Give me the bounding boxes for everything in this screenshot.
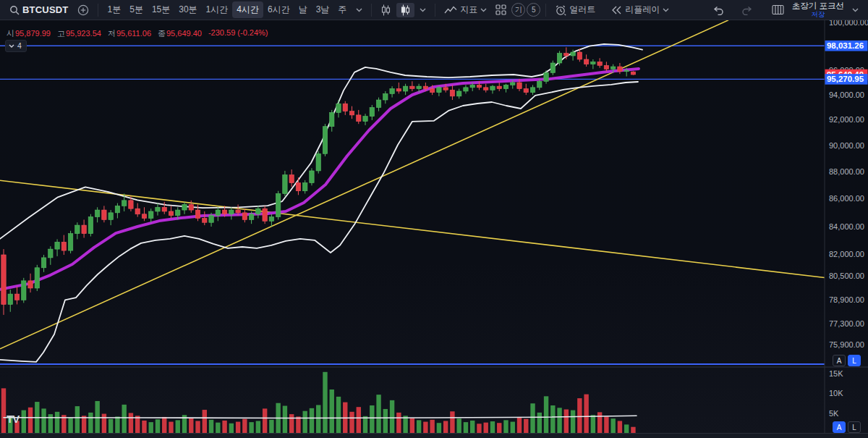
replay-label: 리플레이 [625,4,660,16]
change-value: -230.59 (-0.24%) [208,28,268,39]
candle [618,67,622,72]
candle [456,91,461,96]
candle [604,65,608,69]
undo-button[interactable] [709,4,728,17]
candle [109,213,113,220]
candle [310,171,314,183]
timeframe-group: 1분5분15분30분1시간4시간6시간날3날주 [103,1,352,18]
price-chart[interactable]: 100,000.0096,000.0094,000.0092,000.0090,… [0,20,868,438]
candle [8,294,12,304]
panel-layout-button[interactable] [768,3,788,17]
timeframe-주[interactable]: 주 [333,1,351,18]
candle [396,89,401,91]
candle [1,255,6,304]
layout-menu-button[interactable] [848,7,862,14]
timeframe-30분[interactable]: 30분 [174,1,201,18]
legend-count: 4 [17,41,22,50]
timeframe-4시간[interactable]: 4시간 [232,1,263,18]
main-scale-buttons: A L [833,355,861,366]
indicators-button[interactable]: 지표 [441,2,490,17]
top-toolbar: BTCUSDT 1분5분15분30분1시간4시간6시간날3날주 지표 기 [0,0,868,20]
timeframe-15분[interactable]: 15분 [148,1,174,18]
timeframe-menu-button[interactable] [352,7,366,14]
candle [61,242,66,250]
toolbar-divider [371,4,372,17]
candle [591,62,595,64]
chevron-down-icon [356,8,362,12]
candle [22,281,26,300]
candle [129,201,133,209]
candle [316,153,320,171]
fn-button-gi[interactable]: 기 [511,3,525,17]
candle [610,67,615,69]
lower-line-price-label[interactable]: 95,270.95 [825,74,868,85]
time-axis-strip[interactable] [0,433,868,438]
candles-icon [400,4,411,16]
log-scale-button[interactable]: L [848,421,861,433]
save-label[interactable]: 저장 [811,10,825,18]
volume-scale-buttons: A L [833,421,861,433]
upper-line-price-label[interactable]: 98,031.26 [825,41,868,51]
auto-scale-button[interactable]: A [833,421,846,433]
timeframe-3날[interactable]: 3날 [312,1,334,18]
candle [102,210,106,219]
timeframe-6시간[interactable]: 6시간 [263,1,294,18]
chevron-down-icon [480,8,487,12]
candle [296,183,300,191]
redo-button[interactable] [738,4,757,17]
candle [48,249,53,258]
descending-resistance[interactable] [0,180,825,277]
candle [14,294,19,300]
timeframe-1분[interactable]: 1분 [103,1,126,18]
svg-text:78,900.00: 78,900.00 [829,295,864,304]
undo-redo-group [709,4,757,17]
candle [229,210,234,214]
candle [490,86,495,90]
candle [303,183,307,191]
timeframe-날[interactable]: 날 [294,1,312,18]
timeframe-1시간[interactable]: 1시간 [202,1,233,18]
alert-button[interactable]: 얼러트 [551,2,599,17]
log-scale-button[interactable]: L [848,355,861,366]
fn-button-5[interactable]: 5 [527,3,540,17]
redo-icon [741,5,753,15]
candle [477,85,481,87]
candle [383,93,388,100]
candle [289,174,294,182]
chart-window: BTCUSDT 1분5분15분30분1시간4시간6시간날3날주 지표 기 [0,0,868,438]
symbol-search-button[interactable]: BTCUSDT [6,3,72,17]
candle [390,89,394,94]
candle [376,100,380,107]
trendlines [0,20,825,349]
candle [443,88,448,90]
layout-name: 초장기 포크선 [792,2,844,10]
tradingview-logo[interactable]: TV [7,413,19,425]
chart-style-candles-button[interactable] [396,3,414,17]
candle [349,111,354,115]
saved-layout-button[interactable]: 초장기 포크선 저장 [792,2,844,18]
candle [189,204,193,210]
svg-text:15K: 15K [829,369,843,378]
timeframe-5분[interactable]: 5분 [125,1,148,18]
candle [403,86,407,91]
replay-button[interactable]: 리플레이 [608,2,673,17]
compare-add-button[interactable] [74,3,93,17]
volume-bars [1,372,636,434]
candle [249,214,253,220]
candle [35,268,39,288]
search-icon [9,5,20,15]
svg-text:75,900.00: 75,900.00 [829,340,864,349]
ohlc-info-row: 시95,879.99 고95,923.54 저95,611.06 종95,649… [7,28,268,39]
chart-style-hollow-button[interactable] [377,3,395,17]
chart-style-menu-button[interactable] [416,7,430,14]
candle [544,72,548,81]
candle [511,83,515,85]
candle [437,88,441,93]
legend-collapse-chip[interactable]: 4 [5,40,27,52]
candle [269,217,273,222]
auto-scale-button[interactable]: A [833,355,846,366]
candle [464,88,468,91]
layout-grid-button[interactable] [492,3,510,17]
chart-area[interactable]: 100,000.0096,000.0094,000.0092,000.0090,… [0,20,868,438]
candle [577,52,582,59]
